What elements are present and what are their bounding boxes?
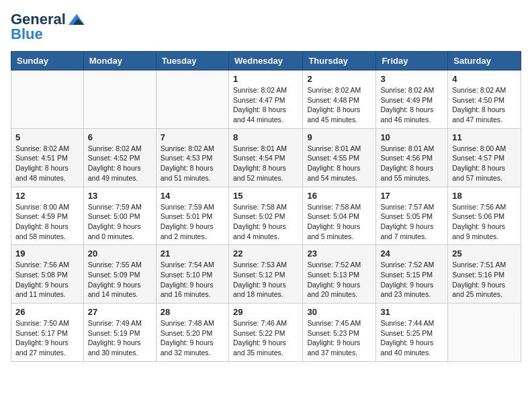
day-content: Sunrise: 7:54 AM Sunset: 5:10 PM Dayligh… [161,260,224,300]
calendar-week-row: 5Sunrise: 8:02 AM Sunset: 4:51 PM Daylig… [11,128,521,187]
calendar-cell: 31Sunrise: 7:44 AM Sunset: 5:25 PM Dayli… [376,304,448,362]
day-number: 21 [161,248,224,259]
day-content: Sunrise: 8:02 AM Sunset: 4:47 PM Dayligh… [233,85,298,125]
day-content: Sunrise: 7:52 AM Sunset: 5:13 PM Dayligh… [307,260,371,300]
calendar-cell: 15Sunrise: 7:58 AM Sunset: 5:02 PM Dayli… [228,187,302,245]
day-content: Sunrise: 8:01 AM Sunset: 4:54 PM Dayligh… [233,144,298,183]
day-number: 26 [15,307,79,317]
day-content: Sunrise: 7:59 AM Sunset: 5:01 PM Dayligh… [161,202,224,242]
calendar-cell: 9Sunrise: 8:01 AM Sunset: 4:55 PM Daylig… [303,128,376,187]
calendar-week-row: 12Sunrise: 8:00 AM Sunset: 4:59 PM Dayli… [11,187,521,245]
calendar-cell [83,71,156,129]
day-number: 6 [88,132,152,142]
calendar-cell: 26Sunrise: 7:50 AM Sunset: 5:17 PM Dayli… [11,304,84,362]
day-content: Sunrise: 8:00 AM Sunset: 4:59 PM Dayligh… [15,202,79,242]
day-number: 18 [452,191,517,201]
calendar-cell: 14Sunrise: 7:59 AM Sunset: 5:01 PM Dayli… [156,187,228,245]
day-content: Sunrise: 7:49 AM Sunset: 5:19 PM Dayligh… [88,318,152,358]
day-number: 12 [15,191,79,201]
day-content: Sunrise: 7:56 AM Sunset: 5:08 PM Dayligh… [15,260,79,300]
day-content: Sunrise: 7:53 AM Sunset: 5:12 PM Dayligh… [233,260,298,300]
calendar-day-header: Saturday [448,52,521,71]
calendar-cell: 23Sunrise: 7:52 AM Sunset: 5:13 PM Dayli… [303,245,376,304]
logo: General Blue [11,11,85,43]
calendar-table: SundayMondayTuesdayWednesdayThursdayFrid… [11,51,521,362]
calendar-cell: 11Sunrise: 8:00 AM Sunset: 4:57 PM Dayli… [448,128,521,187]
calendar-cell: 2Sunrise: 8:02 AM Sunset: 4:48 PM Daylig… [303,71,376,129]
day-content: Sunrise: 8:02 AM Sunset: 4:52 PM Dayligh… [88,144,152,183]
day-content: Sunrise: 7:44 AM Sunset: 5:25 PM Dayligh… [380,318,443,358]
calendar-day-header: Thursday [303,52,376,71]
day-number: 7 [161,132,224,142]
calendar-day-header: Friday [376,52,448,71]
day-content: Sunrise: 7:52 AM Sunset: 5:15 PM Dayligh… [380,260,443,300]
day-content: Sunrise: 7:58 AM Sunset: 5:04 PM Dayligh… [307,202,371,242]
day-number: 17 [380,191,443,201]
calendar-cell: 30Sunrise: 7:45 AM Sunset: 5:23 PM Dayli… [303,304,376,362]
calendar-cell: 8Sunrise: 8:01 AM Sunset: 4:54 PM Daylig… [228,128,302,187]
day-number: 23 [307,248,371,259]
calendar-cell: 1Sunrise: 8:02 AM Sunset: 4:47 PM Daylig… [228,71,302,129]
day-number: 14 [161,191,224,201]
calendar-cell: 27Sunrise: 7:49 AM Sunset: 5:19 PM Dayli… [83,304,156,362]
day-number: 16 [307,191,371,201]
calendar-cell: 6Sunrise: 8:02 AM Sunset: 4:52 PM Daylig… [83,128,156,187]
calendar-cell [156,71,228,129]
calendar-cell: 25Sunrise: 7:51 AM Sunset: 5:16 PM Dayli… [448,245,521,304]
calendar-cell: 18Sunrise: 7:56 AM Sunset: 5:06 PM Dayli… [448,187,521,245]
calendar-cell: 7Sunrise: 8:02 AM Sunset: 4:53 PM Daylig… [156,128,228,187]
calendar-week-row: 1Sunrise: 8:02 AM Sunset: 4:47 PM Daylig… [11,71,521,129]
day-number: 10 [380,132,443,142]
calendar-cell: 21Sunrise: 7:54 AM Sunset: 5:10 PM Dayli… [156,245,228,304]
calendar-cell: 19Sunrise: 7:56 AM Sunset: 5:08 PM Dayli… [11,245,84,304]
day-number: 20 [88,248,152,259]
day-number: 22 [233,248,298,259]
calendar-cell: 5Sunrise: 8:02 AM Sunset: 4:51 PM Daylig… [11,128,84,187]
day-number: 5 [15,132,79,142]
day-number: 30 [307,307,371,317]
day-content: Sunrise: 7:45 AM Sunset: 5:23 PM Dayligh… [307,318,371,358]
logo-blue: Blue [11,26,43,43]
calendar-cell: 24Sunrise: 7:52 AM Sunset: 5:15 PM Dayli… [376,245,448,304]
day-content: Sunrise: 8:02 AM Sunset: 4:49 PM Dayligh… [380,85,443,125]
day-content: Sunrise: 7:58 AM Sunset: 5:02 PM Dayligh… [233,202,298,242]
day-content: Sunrise: 7:59 AM Sunset: 5:00 PM Dayligh… [88,202,152,242]
day-number: 8 [233,132,298,142]
day-number: 29 [233,307,298,317]
calendar-cell: 29Sunrise: 7:46 AM Sunset: 5:22 PM Dayli… [228,304,302,362]
day-content: Sunrise: 7:56 AM Sunset: 5:06 PM Dayligh… [452,202,517,242]
calendar-cell: 12Sunrise: 8:00 AM Sunset: 4:59 PM Dayli… [11,187,84,245]
calendar-cell: 17Sunrise: 7:57 AM Sunset: 5:05 PM Dayli… [376,187,448,245]
day-number: 27 [88,307,152,317]
calendar-cell: 3Sunrise: 8:02 AM Sunset: 4:49 PM Daylig… [376,71,448,129]
day-number: 28 [161,307,224,317]
day-content: Sunrise: 8:01 AM Sunset: 4:55 PM Dayligh… [307,144,371,183]
day-content: Sunrise: 7:46 AM Sunset: 5:22 PM Dayligh… [233,318,298,358]
calendar-cell: 20Sunrise: 7:55 AM Sunset: 5:09 PM Dayli… [83,245,156,304]
day-content: Sunrise: 8:02 AM Sunset: 4:51 PM Dayligh… [15,144,79,183]
calendar-week-row: 19Sunrise: 7:56 AM Sunset: 5:08 PM Dayli… [11,245,521,304]
day-content: Sunrise: 8:02 AM Sunset: 4:48 PM Dayligh… [307,85,371,125]
day-content: Sunrise: 7:55 AM Sunset: 5:09 PM Dayligh… [88,260,152,300]
day-number: 9 [307,132,371,142]
day-content: Sunrise: 7:48 AM Sunset: 5:20 PM Dayligh… [161,318,224,358]
calendar-cell [11,71,84,129]
day-number: 2 [307,74,371,84]
calendar-day-header: Sunday [11,52,84,71]
day-content: Sunrise: 8:02 AM Sunset: 4:50 PM Dayligh… [452,85,517,125]
day-content: Sunrise: 8:02 AM Sunset: 4:53 PM Dayligh… [161,144,224,183]
calendar-cell: 16Sunrise: 7:58 AM Sunset: 5:04 PM Dayli… [303,187,376,245]
day-content: Sunrise: 7:51 AM Sunset: 5:16 PM Dayligh… [452,260,517,300]
day-number: 24 [380,248,443,259]
day-number: 1 [233,74,298,84]
calendar-header-row: SundayMondayTuesdayWednesdayThursdayFrid… [11,52,521,71]
day-content: Sunrise: 8:00 AM Sunset: 4:57 PM Dayligh… [452,144,517,183]
day-number: 25 [452,248,517,259]
calendar-day-header: Tuesday [156,52,228,71]
day-content: Sunrise: 8:01 AM Sunset: 4:56 PM Dayligh… [380,144,443,183]
calendar-cell: 22Sunrise: 7:53 AM Sunset: 5:12 PM Dayli… [228,245,302,304]
day-content: Sunrise: 7:57 AM Sunset: 5:05 PM Dayligh… [380,202,443,242]
calendar-day-header: Wednesday [228,52,302,71]
page-header: General Blue [11,11,521,43]
day-number: 15 [233,191,298,201]
